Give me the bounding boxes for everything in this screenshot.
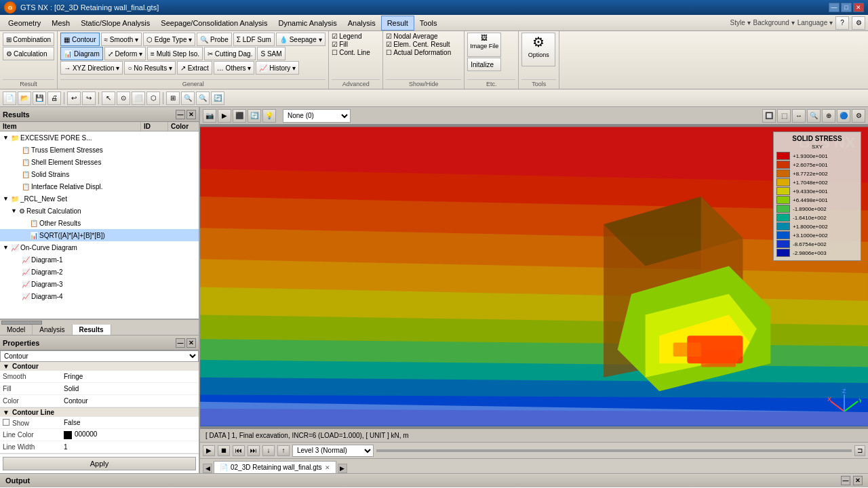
tree-scrollbar[interactable] <box>0 319 199 325</box>
tab-arrow-left[interactable]: ◀ <box>203 464 212 473</box>
scrollbar-thumb[interactable] <box>1 321 42 325</box>
save-button[interactable]: 💾 <box>33 92 46 105</box>
xyz-dir-button[interactable]: → XYZ Direction ▾ <box>60 61 123 75</box>
extract-button[interactable]: ↗ Extract <box>177 61 212 75</box>
print-button[interactable]: 🖨 <box>47 92 61 105</box>
tab-results[interactable]: Results <box>73 325 111 335</box>
view-fit-button[interactable]: ⊞ <box>166 92 180 105</box>
play-icons3[interactable]: ⏭ <box>248 445 260 456</box>
contour-button[interactable]: ▦ Contour <box>60 33 99 46</box>
vp-view-btn5[interactable]: ⊕ <box>822 109 835 123</box>
menu-analysis[interactable]: Analysis <box>342 16 381 30</box>
undo-button[interactable]: ↩ <box>67 92 81 105</box>
minimize-button[interactable]: — <box>829 3 840 12</box>
calculation-button[interactable]: ⚙ Calculation <box>3 47 54 60</box>
tree-item-result-calc[interactable]: ▼ ⚙ Result Calculation <box>0 205 199 217</box>
rotate-button[interactable]: 🔄 <box>211 92 224 105</box>
props-type-select[interactable]: Contour <box>0 350 199 362</box>
tree-item-diagram2[interactable]: 📈 Diagram-2 <box>0 266 199 278</box>
smooth-button[interactable]: ≈ Smooth ▾ <box>101 33 142 46</box>
title-bar-controls[interactable]: — □ ✕ <box>829 3 864 12</box>
toggle-excessive[interactable]: ▼ <box>3 134 11 141</box>
node-button[interactable]: ⊙ <box>117 92 130 105</box>
new-button[interactable]: 📄 <box>3 92 16 105</box>
menu-seepage[interactable]: Seepage/Consolidation Analysis <box>155 16 273 30</box>
vp-stop-btn[interactable]: ⬛ <box>233 109 246 123</box>
panel-header-btns[interactable]: — ✕ <box>176 110 196 119</box>
style-menu[interactable]: Style ▾ <box>730 19 751 26</box>
vp-view-btn6[interactable]: 🔵 <box>837 109 850 123</box>
none-dropdown[interactable]: None (0) <box>283 109 351 123</box>
initialize-button[interactable]: Initalize <box>467 58 501 71</box>
menu-tools[interactable]: Tools <box>414 16 443 30</box>
vp-view-btn2[interactable]: ⬚ <box>777 109 791 123</box>
output-controls[interactable]: — ✕ <box>841 476 863 485</box>
tree-item-diagram1[interactable]: 📈 Diagram-1 <box>0 253 199 266</box>
zoom-in-button[interactable]: 🔍 <box>181 92 195 105</box>
vp-view-btn4[interactable]: 🔍 <box>807 109 821 123</box>
show-checkbox[interactable] <box>3 419 9 426</box>
tree-item-excessive-pore[interactable]: ▼ 📁 EXCESSIVE PORE S... <box>0 131 199 144</box>
tab-model[interactable]: Model <box>0 325 33 335</box>
play-down-button[interactable]: ↓ <box>262 445 275 456</box>
tree-item-shell[interactable]: 📋 Shell Element Stresses <box>0 156 199 168</box>
menu-geometry[interactable]: Geometry <box>3 16 46 30</box>
deform-button[interactable]: ⤢ Deform ▾ <box>104 47 146 60</box>
multi-step-button[interactable]: ≡ Multi Step Iso. <box>147 47 203 60</box>
close-button[interactable]: ✕ <box>853 3 864 12</box>
tab-02-3d-retaining[interactable]: 📄 02_3D Retaining wall_final.gts ✕ <box>214 461 336 473</box>
stop-button[interactable]: ⏹ <box>218 445 230 456</box>
image-file-button[interactable]: 🖼 Image File <box>467 33 501 57</box>
play-icons5[interactable]: ↑ <box>277 445 290 456</box>
history-button[interactable]: 📈 History ▾ <box>256 61 299 75</box>
menu-result[interactable]: Result <box>381 16 414 30</box>
panel-minimize-btn[interactable]: — <box>176 110 185 119</box>
language-menu[interactable]: Language ▾ <box>797 19 833 26</box>
tree-item-rcl-new-set[interactable]: ▼ 📁 _RCL_New Set <box>0 192 199 205</box>
edge-type-button[interactable]: ⬡ Edge Type ▾ <box>143 33 195 46</box>
ldf-sum-button[interactable]: Σ LDF Sum <box>233 33 275 46</box>
level-select[interactable]: Level 3 (Normal) Level 1 (Coarse) Level … <box>292 445 374 457</box>
tree-item-interface[interactable]: 📋 Interface Relative Displ. <box>0 180 199 192</box>
combination-button[interactable]: ⊞ Combination <box>3 33 54 46</box>
toggle-rcl[interactable]: ▼ <box>3 195 11 202</box>
sam-button[interactable]: S SAM <box>257 47 285 60</box>
props-close-btn[interactable]: ✕ <box>186 338 196 348</box>
vp-refresh-btn[interactable]: 🔄 <box>248 109 261 123</box>
redo-button[interactable]: ↪ <box>82 92 96 105</box>
menu-mesh[interactable]: Mesh <box>46 16 75 30</box>
play-back-button[interactable]: ⏮ <box>233 445 245 456</box>
options-button[interactable]: ⚙ Options <box>521 33 555 66</box>
seepage-button[interactable]: 💧 Seepage ▾ <box>276 33 326 46</box>
vp-play-btn[interactable]: ▶ <box>218 109 231 123</box>
zoom-out-button[interactable]: 🔍 <box>196 92 210 105</box>
props-header-btns[interactable]: — ✕ <box>176 338 196 348</box>
maximize-button[interactable]: □ <box>841 3 852 12</box>
element-button[interactable]: ⬜ <box>132 92 145 105</box>
tab-close-retaining[interactable]: ✕ <box>325 464 330 471</box>
play-progress-slider[interactable] <box>376 449 852 452</box>
tab-analysis[interactable]: Analysis <box>33 325 72 335</box>
vp-camera-btn[interactable]: 📷 <box>203 109 216 123</box>
tab-arrow-right[interactable]: ▶ <box>338 464 347 473</box>
box-select-button[interactable]: ⬡ <box>146 92 160 105</box>
output-min-btn[interactable]: — <box>841 476 850 485</box>
panel-close-btn[interactable]: ✕ <box>186 110 196 119</box>
play-button[interactable]: ▶ <box>203 445 215 456</box>
probe-button[interactable]: 🔍 Probe <box>197 33 231 46</box>
cutting-dag-button[interactable]: ✂ Cutting Dag. <box>204 47 256 60</box>
output-close-btn[interactable]: ✕ <box>853 476 863 485</box>
tree-item-other-results[interactable]: 📋 Other Results <box>0 217 199 229</box>
menu-static-slope[interactable]: Static/Slope Analysis <box>75 16 155 30</box>
background-menu[interactable]: Background ▾ <box>753 19 795 26</box>
help-button[interactable]: ? <box>835 16 849 30</box>
tree-item-diagram3[interactable]: 📈 Diagram-3 <box>0 278 199 290</box>
toggle-result-calc[interactable]: ▼ <box>11 207 19 214</box>
no-results-button[interactable]: ○ No Results ▾ <box>124 61 176 75</box>
menu-dynamic[interactable]: Dynamic Analysis <box>273 16 342 30</box>
toggle-on-curve[interactable]: ▼ <box>3 244 11 251</box>
diagram-button[interactable]: 📊 Diagram <box>60 47 103 60</box>
tree-item-solid-strains[interactable]: 📋 Solid Strains <box>0 168 199 180</box>
vp-view-btn7[interactable]: ⚙ <box>852 109 865 123</box>
open-button[interactable]: 📂 <box>18 92 31 105</box>
